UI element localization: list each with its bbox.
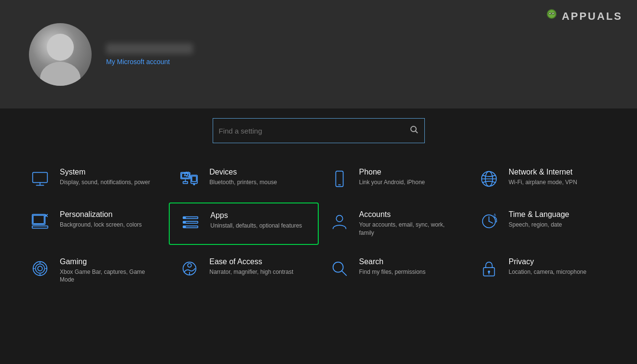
setting-title-accounts: Accounts xyxy=(359,210,459,219)
svg-line-29 xyxy=(188,172,188,173)
setting-item-gaming[interactable]: Gaming Xbox Game Bar, captures, Game Mod… xyxy=(19,250,169,292)
setting-title-privacy: Privacy xyxy=(509,257,586,266)
setting-item-apps[interactable]: Apps Uninstall, defaults, optional featu… xyxy=(169,202,318,245)
ms-account-link[interactable]: My Microsoft account xyxy=(106,58,193,66)
setting-desc-apps: Uninstall, defaults, optional features xyxy=(210,222,302,230)
personalization-icon xyxy=(29,210,51,232)
setting-text-gaming: Gaming Xbox Game Bar, captures, Game Mod… xyxy=(60,257,159,284)
setting-desc-privacy: Location, camera, microphone xyxy=(509,268,586,276)
svg-line-27 xyxy=(188,176,188,176)
setting-text-search: Search Find my files, permissions xyxy=(359,257,426,276)
setting-desc-phone: Link your Android, iPhone xyxy=(359,178,425,187)
svg-point-7 xyxy=(553,13,554,14)
watermark: APPUALS xyxy=(542,7,623,26)
setting-item-system[interactable]: System Display, sound, notifications, po… xyxy=(19,160,169,198)
watermark-text: APPUALS xyxy=(562,10,623,23)
svg-rect-35 xyxy=(32,215,45,225)
setting-item-devices[interactable]: Devices Bluetooth, printers, mouse xyxy=(169,160,318,198)
system-icon xyxy=(29,168,51,190)
svg-point-0 xyxy=(47,34,74,61)
svg-rect-44 xyxy=(183,221,186,223)
setting-desc-time: Speech, region, date xyxy=(509,221,569,229)
setting-desc-network: Wi-Fi, airplane mode, VPN xyxy=(509,178,577,187)
profile-name xyxy=(106,43,193,54)
svg-point-20 xyxy=(194,184,195,185)
setting-title-devices: Devices xyxy=(209,168,277,176)
devices-icon xyxy=(178,168,201,190)
search-icon xyxy=(328,257,351,280)
search-container xyxy=(19,118,618,143)
setting-text-accounts: Accounts Your accounts, email, sync, wor… xyxy=(359,210,459,237)
setting-desc-search: Find my files, permissions xyxy=(359,268,426,276)
search-icon-button[interactable] xyxy=(410,125,419,136)
svg-rect-30 xyxy=(336,171,343,187)
svg-line-62 xyxy=(341,270,346,275)
privacy-icon xyxy=(478,257,500,280)
setting-item-time[interactable]: A Time & Language Speech, region, date xyxy=(468,202,618,245)
svg-rect-36 xyxy=(33,216,44,224)
setting-title-personalization: Personalization xyxy=(60,210,142,219)
setting-item-phone[interactable]: Phone Link your Android, iPhone xyxy=(319,160,468,198)
svg-rect-19 xyxy=(192,176,197,181)
setting-item-network[interactable]: Network & Internet Wi-Fi, airplane mode,… xyxy=(468,160,618,198)
watermark-icon xyxy=(542,7,561,26)
search-icon xyxy=(410,125,419,134)
setting-title-phone: Phone xyxy=(359,168,425,176)
svg-point-53 xyxy=(38,266,42,271)
svg-point-52 xyxy=(35,264,44,273)
search-input[interactable] xyxy=(219,127,410,135)
svg-rect-22 xyxy=(183,182,188,184)
svg-line-12 xyxy=(415,131,418,133)
network-icon xyxy=(478,168,500,190)
time-icon: A xyxy=(478,210,500,232)
setting-item-personalization[interactable]: Personalization Background, lock screen,… xyxy=(19,202,169,245)
svg-point-6 xyxy=(550,13,551,14)
setting-desc-system: Display, sound, notifications, power xyxy=(60,178,150,187)
svg-rect-43 xyxy=(183,217,186,219)
avatar xyxy=(29,23,92,86)
setting-text-phone: Phone Link your Android, iPhone xyxy=(359,168,425,187)
setting-title-network: Network & Internet xyxy=(509,168,577,176)
svg-point-1 xyxy=(40,62,81,86)
gaming-icon xyxy=(29,257,51,280)
svg-line-26 xyxy=(184,173,185,173)
setting-title-ease: Ease of Access xyxy=(209,257,293,266)
setting-title-apps: Apps xyxy=(210,211,302,220)
ease-icon xyxy=(178,257,201,280)
setting-title-search: Search xyxy=(359,257,426,266)
setting-item-accounts[interactable]: Accounts Your accounts, email, sync, wor… xyxy=(319,202,468,245)
header: My Microsoft account APPUALS xyxy=(0,0,637,108)
phone-icon xyxy=(328,168,351,190)
setting-text-apps: Apps Uninstall, defaults, optional featu… xyxy=(210,211,302,230)
setting-text-network: Network & Internet Wi-Fi, airplane mode,… xyxy=(509,168,577,187)
main-content: System Display, sound, notifications, po… xyxy=(0,108,637,301)
setting-text-time: Time & Language Speech, region, date xyxy=(509,210,569,229)
setting-desc-ease: Narrator, magnifier, high contrast xyxy=(209,268,293,276)
setting-text-system: System Display, sound, notifications, po… xyxy=(60,168,150,187)
setting-desc-personalization: Background, lock screen, colors xyxy=(60,221,142,229)
setting-text-devices: Devices Bluetooth, printers, mouse xyxy=(209,168,277,187)
accounts-icon xyxy=(328,210,351,232)
svg-rect-37 xyxy=(32,226,48,229)
profile-info: My Microsoft account xyxy=(106,43,193,66)
svg-point-11 xyxy=(411,126,416,132)
settings-grid: System Display, sound, notifications, po… xyxy=(19,160,618,292)
svg-point-59 xyxy=(188,263,191,267)
svg-rect-13 xyxy=(33,173,48,183)
svg-line-28 xyxy=(184,175,185,175)
setting-title-gaming: Gaming xyxy=(60,257,159,266)
search-box[interactable] xyxy=(213,118,425,143)
setting-title-time: Time & Language xyxy=(509,210,569,219)
svg-text:A: A xyxy=(493,213,496,217)
setting-item-privacy[interactable]: Privacy Location, camera, microphone xyxy=(468,250,618,292)
setting-desc-gaming: Xbox Game Bar, captures, Game Mode xyxy=(60,268,159,284)
svg-line-49 xyxy=(489,221,493,223)
setting-item-ease[interactable]: Ease of Access Narrator, magnifier, high… xyxy=(169,250,318,292)
setting-item-search[interactable]: Search Find my files, permissions xyxy=(319,250,468,292)
setting-text-personalization: Personalization Background, lock screen,… xyxy=(60,210,142,229)
setting-desc-devices: Bluetooth, printers, mouse xyxy=(209,178,277,187)
setting-desc-accounts: Your accounts, email, sync, work, family xyxy=(359,221,459,237)
setting-text-privacy: Privacy Location, camera, microphone xyxy=(509,257,586,276)
svg-rect-45 xyxy=(183,226,186,228)
apps-icon xyxy=(179,211,202,233)
